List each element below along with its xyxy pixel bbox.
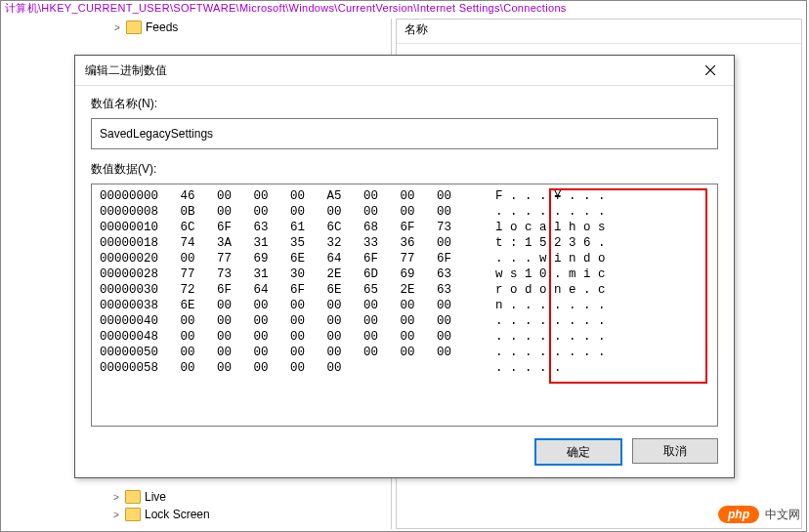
column-header-name[interactable]: 名称 [397,20,801,44]
folder-icon [125,508,141,521]
php-logo: php [718,506,759,523]
folder-icon [125,490,141,504]
value-name-input[interactable]: SavedLegacySettings [91,118,718,149]
folder-icon [126,20,142,34]
edit-binary-dialog: 编辑二进制数值 数值名称(N): SavedLegacySettings 数值数… [74,55,735,478]
dialog-titlebar[interactable]: 编辑二进制数值 [75,56,734,86]
tree-item-label: Live [145,490,166,504]
tree-item-lockscreen[interactable]: > Lock Screen [4,506,390,523]
value-data-label: 数值数据(V): [91,161,718,178]
hex-editor[interactable]: 00000000 46 00 00 00 A5 00 00 00 F . . .… [91,184,718,427]
hex-content[interactable]: 00000000 46 00 00 00 A5 00 00 00 F . . .… [92,184,717,380]
tree-item-feeds[interactable]: > Feeds [5,19,391,36]
expand-toggle-icon[interactable]: > [112,22,122,32]
expand-toggle-icon[interactable]: > [111,510,121,519]
dialog-title: 编辑二进制数值 [85,62,167,79]
address-bar: 计算机\HKEY_CURRENT_USER\SOFTWARE\Microsoft… [5,1,804,19]
expand-toggle-icon[interactable]: > [111,492,121,502]
close-button[interactable] [691,58,730,83]
close-icon [705,65,715,75]
watermark: php 中文网 [718,504,800,525]
watermark-text: 中文网 [765,507,800,523]
cancel-button[interactable]: 取消 [632,438,718,464]
ok-button[interactable]: 确定 [534,438,622,466]
value-name-label: 数值名称(N): [91,96,718,112]
tree-item-label: Feeds [146,20,178,34]
tree-area-bottom: > Live > Lock Screen [4,488,390,523]
tree-item-live[interactable]: > Live [4,488,390,506]
tree-item-label: Lock Screen [145,508,210,521]
